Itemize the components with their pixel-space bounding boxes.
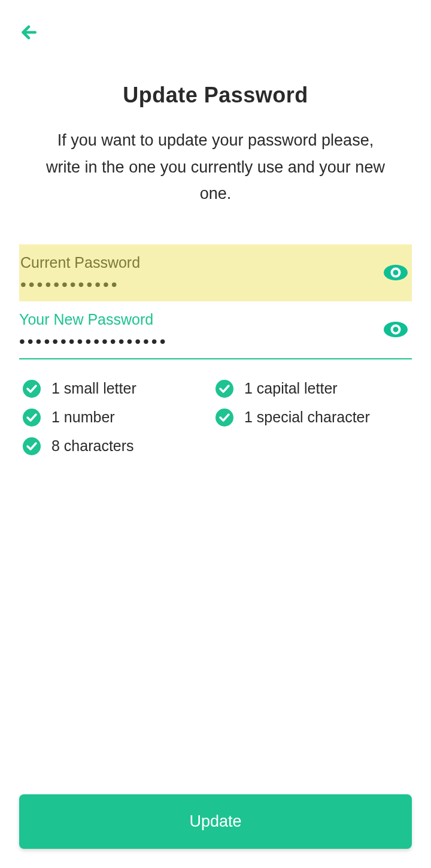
current-password-label: Current Password: [20, 254, 411, 271]
page-subtitle: If you want to update your password plea…: [19, 127, 412, 207]
svg-point-1: [384, 265, 408, 280]
new-password-label: Your New Password: [19, 311, 412, 328]
check-icon: [216, 380, 233, 398]
new-password-field[interactable]: Your New Password ●●●●●●●●●●●●●●●●●●: [19, 301, 412, 359]
svg-point-7: [23, 409, 41, 427]
req-number: 1 number: [23, 409, 216, 427]
new-password-input[interactable]: ●●●●●●●●●●●●●●●●●●: [19, 332, 168, 350]
check-icon: [23, 437, 41, 455]
req-label: 1 small letter: [51, 380, 136, 397]
svg-point-6: [216, 380, 233, 398]
req-label: 1 special character: [244, 409, 370, 426]
eye-icon[interactable]: [383, 264, 408, 282]
check-icon: [216, 409, 233, 427]
svg-point-3: [384, 322, 408, 337]
req-special-char: 1 special character: [216, 409, 408, 427]
svg-point-5: [23, 380, 41, 398]
eye-icon[interactable]: [383, 320, 408, 338]
back-button[interactable]: [19, 23, 38, 42]
svg-point-9: [23, 437, 41, 455]
current-password-input[interactable]: ●●●●●●●●●●●●: [20, 275, 120, 294]
req-label: 8 characters: [51, 437, 134, 455]
check-icon: [23, 380, 41, 398]
page-title: Update Password: [19, 83, 412, 108]
req-capital-letter: 1 capital letter: [216, 380, 408, 398]
update-button[interactable]: Update: [19, 794, 412, 849]
req-label: 1 number: [51, 409, 115, 426]
check-icon: [23, 409, 41, 427]
req-label: 1 capital letter: [244, 380, 338, 397]
req-min-length: 8 characters: [23, 437, 216, 455]
svg-point-8: [216, 409, 233, 427]
current-password-field[interactable]: Current Password ●●●●●●●●●●●●: [19, 244, 412, 301]
password-requirements: 1 small letter 1 capital letter 1 number: [19, 359, 412, 455]
req-small-letter: 1 small letter: [23, 380, 216, 398]
